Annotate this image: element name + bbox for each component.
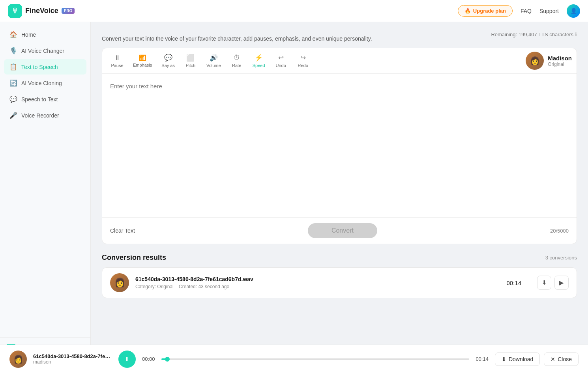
editor-bottom: Clear Text Convert 20/5000	[102, 217, 577, 244]
text-to-speech-icon: 📋	[9, 63, 17, 71]
home-icon: 🏠	[9, 31, 17, 38]
result-avatar: 👩	[110, 273, 129, 292]
result-actions: ⬇ ▶	[537, 276, 569, 290]
voice-avatar: 👩	[526, 52, 544, 70]
results-header: Conversion results 3 conversions	[102, 254, 577, 262]
nav-brand: 🎙 FineVoice PRO	[8, 4, 75, 18]
clear-text-button[interactable]: Clear Text	[110, 228, 135, 234]
speed-icon: ⚡	[255, 54, 263, 62]
player-download-button[interactable]: ⬇ Download	[495, 352, 540, 366]
results-count: 3 conversions	[545, 255, 577, 261]
say-as-icon: 💬	[164, 54, 172, 62]
result-filename: 61c540da-3013-4580-8d2a-7fe61cad6b7d.wav	[135, 276, 491, 282]
toolbar-voice: 👩 Madison Original	[526, 52, 572, 70]
emphasis-button[interactable]: 📶 Emphasis	[129, 52, 156, 70]
sidebar-item-ai-voice-cloning[interactable]: 🔄 AI Voice Cloning	[4, 75, 86, 91]
player-thumb: 👩	[9, 351, 27, 368]
content-inner: Convert your text into the voice of your…	[91, 22, 588, 306]
pause-button[interactable]: ⏸ Pause	[107, 52, 127, 70]
voice-recorder-icon: 🎤	[9, 112, 17, 119]
pause-icon: ⏸	[124, 356, 130, 363]
player-file-info: 61c540da-3013-4580-8d2a-7fe61cad6b7d.wav…	[33, 353, 112, 365]
player-close-button[interactable]: ✕ Close	[544, 352, 579, 366]
pause-icon: ⏸	[114, 54, 121, 62]
player-end-time: 00:14	[476, 356, 489, 362]
info-icon: ℹ	[575, 32, 577, 37]
say-as-button[interactable]: 💬 Say as	[157, 51, 179, 70]
char-count: 20/5000	[550, 228, 569, 234]
download-icon: ⬇	[502, 356, 506, 362]
pro-badge: PRO	[62, 8, 75, 14]
voice-info: Madison Original	[548, 55, 572, 67]
app-body: 🏠 Home 🎙️ AI Voice Changer 📋 Text to Spe…	[0, 22, 588, 373]
play-pause-button[interactable]: ⏸	[118, 351, 136, 368]
sidebar: 🏠 Home 🎙️ AI Voice Changer 📋 Text to Spe…	[0, 22, 91, 373]
close-icon: ✕	[551, 356, 555, 362]
player-progress-bar[interactable]	[161, 358, 470, 360]
emphasis-icon: 📶	[139, 54, 146, 62]
redo-icon: ↪	[300, 54, 306, 62]
page-description: Convert your text into the voice of your…	[102, 28, 372, 48]
top-navigation: 🎙 FineVoice PRO 🔥 Upgrade plan FAQ Suppo…	[0, 0, 588, 22]
speed-button[interactable]: ⚡ Speed	[249, 51, 269, 70]
download-icon-button[interactable]: ⬇	[537, 276, 551, 290]
sidebar-item-ai-voice-changer[interactable]: 🎙️ AI Voice Changer	[4, 43, 86, 58]
sidebar-item-home[interactable]: 🏠 Home	[4, 27, 86, 42]
undo-button[interactable]: ↩ Undo	[271, 51, 291, 70]
main-content: Convert your text into the voice of your…	[91, 22, 588, 373]
convert-button[interactable]: Convert	[308, 223, 377, 238]
player-filename: 61c540da-3013-4580-8d2a-7fe61cad6b7d.wav	[33, 353, 112, 359]
editor-card: ⏸ Pause 📶 Emphasis 💬 Say as ⬜	[102, 48, 577, 244]
logo-icon: 🎙	[8, 4, 22, 18]
remaining-chars: Remaining: 199,407 TTS characters ℹ	[491, 28, 577, 39]
play-icon-button[interactable]: ▶	[554, 276, 569, 290]
toolbar: ⏸ Pause 📶 Emphasis 💬 Say as ⬜	[102, 48, 577, 74]
results-section: Conversion results 3 conversions 👩 61c54…	[102, 254, 577, 298]
sidebar-nav: 🏠 Home 🎙️ AI Voice Changer 📋 Text to Spe…	[0, 27, 90, 123]
rate-icon: ⏱	[233, 54, 240, 62]
speech-to-text-icon: 💬	[9, 95, 17, 103]
player-voice: madison	[33, 359, 112, 365]
sidebar-item-voice-recorder[interactable]: 🎤 Voice Recorder	[4, 108, 86, 123]
player-current-time: 00:00	[142, 356, 155, 362]
ai-voice-changer-icon: 🎙️	[9, 47, 17, 54]
support-link[interactable]: Support	[539, 8, 559, 14]
pitch-button[interactable]: ⬜ Pitch	[180, 51, 201, 70]
sidebar-item-speech-to-text[interactable]: 💬 Speech to Text	[4, 91, 86, 107]
nav-right: 🔥 Upgrade plan FAQ Support 👤	[458, 4, 580, 18]
pitch-icon: ⬜	[186, 54, 195, 62]
result-meta: Category: Original Created: 43 second ag…	[135, 284, 491, 289]
undo-icon: ↩	[278, 54, 284, 62]
rate-button[interactable]: ⏱ Rate	[227, 52, 247, 70]
sidebar-item-text-to-speech[interactable]: 📋 Text to Speech	[4, 59, 86, 75]
player-progress-dot	[165, 357, 170, 362]
volume-icon: 🔊	[210, 54, 218, 62]
player-controls-right: ⬇ Download ✕ Close	[495, 352, 579, 366]
user-avatar[interactable]: 👤	[567, 4, 580, 18]
faq-link[interactable]: FAQ	[521, 8, 532, 14]
fire-icon: 🔥	[464, 8, 471, 14]
text-area-wrap	[102, 74, 577, 217]
volume-button[interactable]: 🔊 Volume	[202, 51, 225, 70]
text-editor[interactable]	[110, 82, 569, 208]
result-duration: 00:14	[506, 280, 521, 286]
result-item: 👩 61c540da-3013-4580-8d2a-7fe61cad6b7d.w…	[102, 267, 577, 298]
results-title: Conversion results	[102, 254, 166, 262]
ai-voice-cloning-icon: 🔄	[9, 79, 17, 87]
toolbar-left: ⏸ Pause 📶 Emphasis 💬 Say as ⬜	[107, 51, 313, 70]
app-name: FineVoice	[25, 7, 58, 15]
upgrade-button[interactable]: 🔥 Upgrade plan	[458, 5, 513, 17]
player-bar: 👩 61c540da-3013-4580-8d2a-7fe61cad6b7d.w…	[0, 345, 588, 373]
result-info: 61c540da-3013-4580-8d2a-7fe61cad6b7d.wav…	[135, 276, 491, 289]
redo-button[interactable]: ↪ Redo	[293, 51, 313, 70]
